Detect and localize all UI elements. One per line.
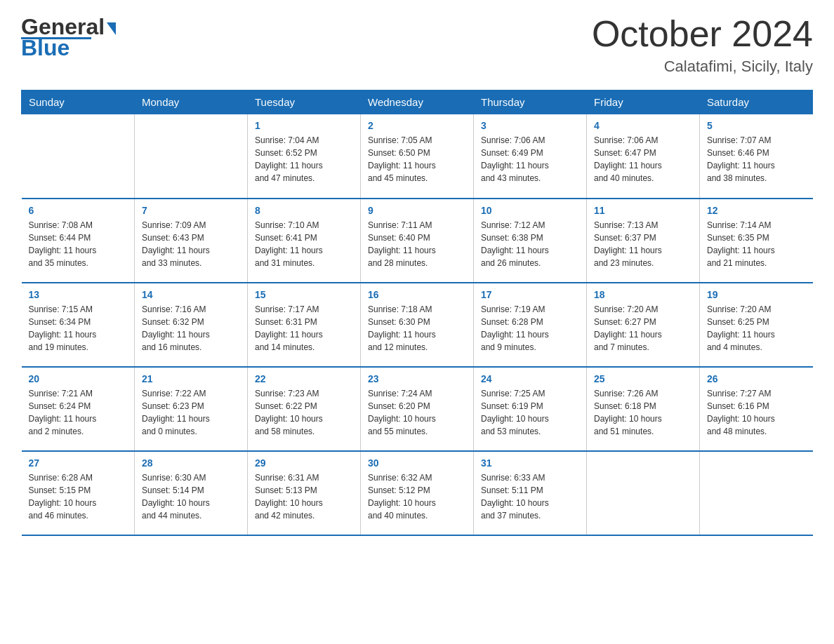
calendar-cell: 27Sunrise: 6:28 AM Sunset: 5:15 PM Dayli… [22, 451, 135, 535]
calendar-week-row: 6Sunrise: 7:08 AM Sunset: 6:44 PM Daylig… [22, 199, 813, 283]
weekday-header-tuesday: Tuesday [248, 90, 361, 114]
day-info: Sunrise: 7:27 AM Sunset: 6:16 PM Dayligh… [707, 387, 806, 438]
day-info: Sunrise: 7:12 AM Sunset: 6:38 PM Dayligh… [481, 219, 579, 269]
day-number: 26 [707, 373, 806, 384]
page-header: General Blue October 2024 Calatafimi, Si… [21, 14, 813, 76]
title-area: October 2024 Calatafimi, Sicily, Italy [592, 14, 813, 76]
day-info: Sunrise: 7:26 AM Sunset: 6:18 PM Dayligh… [594, 387, 692, 438]
day-info: Sunrise: 7:23 AM Sunset: 6:22 PM Dayligh… [255, 387, 353, 438]
day-number: 21 [142, 373, 240, 384]
calendar-cell: 6Sunrise: 7:08 AM Sunset: 6:44 PM Daylig… [22, 199, 135, 283]
day-info: Sunrise: 6:33 AM Sunset: 5:11 PM Dayligh… [481, 471, 579, 522]
day-number: 22 [255, 373, 353, 384]
calendar-cell: 21Sunrise: 7:22 AM Sunset: 6:23 PM Dayli… [135, 367, 248, 451]
day-number: 4 [594, 120, 692, 131]
day-number: 6 [29, 205, 128, 216]
day-number: 28 [142, 457, 240, 469]
day-info: Sunrise: 7:05 AM Sunset: 6:50 PM Dayligh… [368, 134, 466, 185]
calendar-cell: 11Sunrise: 7:13 AM Sunset: 6:37 PM Dayli… [587, 199, 700, 283]
day-number: 23 [368, 373, 466, 384]
day-info: Sunrise: 7:21 AM Sunset: 6:24 PM Dayligh… [29, 387, 128, 438]
weekday-header-saturday: Saturday [700, 90, 813, 114]
day-number: 20 [29, 373, 128, 384]
day-info: Sunrise: 7:09 AM Sunset: 6:43 PM Dayligh… [142, 219, 240, 269]
day-number: 14 [142, 289, 240, 300]
calendar-cell: 25Sunrise: 7:26 AM Sunset: 6:18 PM Dayli… [587, 367, 700, 451]
calendar-cell: 10Sunrise: 7:12 AM Sunset: 6:38 PM Dayli… [474, 199, 587, 283]
calendar-cell: 19Sunrise: 7:20 AM Sunset: 6:25 PM Dayli… [700, 283, 813, 367]
day-number: 2 [368, 120, 466, 131]
day-number: 29 [255, 457, 353, 469]
calendar-cell: 4Sunrise: 7:06 AM Sunset: 6:47 PM Daylig… [587, 114, 700, 199]
calendar-cell: 3Sunrise: 7:06 AM Sunset: 6:49 PM Daylig… [474, 114, 587, 199]
calendar-week-row: 1Sunrise: 7:04 AM Sunset: 6:52 PM Daylig… [22, 114, 813, 199]
day-number: 19 [707, 289, 806, 300]
day-info: Sunrise: 7:04 AM Sunset: 6:52 PM Dayligh… [255, 134, 353, 185]
day-number: 25 [594, 373, 692, 384]
weekday-header-thursday: Thursday [474, 90, 587, 114]
day-info: Sunrise: 6:30 AM Sunset: 5:14 PM Dayligh… [142, 471, 240, 522]
logo: General Blue [21, 14, 116, 61]
calendar-cell: 15Sunrise: 7:17 AM Sunset: 6:31 PM Dayli… [248, 283, 361, 367]
day-number: 31 [481, 457, 579, 469]
calendar-cell [587, 451, 700, 535]
calendar-cell: 30Sunrise: 6:32 AM Sunset: 5:12 PM Dayli… [361, 451, 474, 535]
day-number: 13 [29, 289, 128, 300]
calendar-cell: 7Sunrise: 7:09 AM Sunset: 6:43 PM Daylig… [135, 199, 248, 283]
day-number: 17 [481, 289, 579, 300]
month-title: October 2024 [592, 14, 813, 54]
calendar-cell: 26Sunrise: 7:27 AM Sunset: 6:16 PM Dayli… [700, 367, 813, 451]
calendar-cell: 29Sunrise: 6:31 AM Sunset: 5:13 PM Dayli… [248, 451, 361, 535]
day-number: 11 [594, 205, 692, 216]
calendar-week-row: 27Sunrise: 6:28 AM Sunset: 5:15 PM Dayli… [22, 451, 813, 535]
calendar-table: SundayMondayTuesdayWednesdayThursdayFrid… [21, 90, 813, 536]
day-number: 7 [142, 205, 240, 216]
day-info: Sunrise: 6:31 AM Sunset: 5:13 PM Dayligh… [255, 471, 353, 522]
day-number: 16 [368, 289, 466, 300]
logo-triangle-icon [107, 22, 116, 35]
day-number: 9 [368, 205, 466, 216]
day-number: 5 [707, 120, 806, 131]
calendar-week-row: 20Sunrise: 7:21 AM Sunset: 6:24 PM Dayli… [22, 367, 813, 451]
day-number: 30 [368, 457, 466, 469]
calendar-cell [135, 114, 248, 199]
calendar-cell [700, 451, 813, 535]
calendar-cell: 5Sunrise: 7:07 AM Sunset: 6:46 PM Daylig… [700, 114, 813, 199]
calendar-cell: 16Sunrise: 7:18 AM Sunset: 6:30 PM Dayli… [361, 283, 474, 367]
location-title: Calatafimi, Sicily, Italy [592, 58, 813, 76]
calendar-cell: 1Sunrise: 7:04 AM Sunset: 6:52 PM Daylig… [248, 114, 361, 199]
day-info: Sunrise: 6:28 AM Sunset: 5:15 PM Dayligh… [29, 471, 128, 522]
calendar-cell: 17Sunrise: 7:19 AM Sunset: 6:28 PM Dayli… [474, 283, 587, 367]
day-number: 12 [707, 205, 806, 216]
calendar-cell: 20Sunrise: 7:21 AM Sunset: 6:24 PM Dayli… [22, 367, 135, 451]
day-number: 10 [481, 205, 579, 216]
day-info: Sunrise: 7:07 AM Sunset: 6:46 PM Dayligh… [707, 134, 806, 185]
day-info: Sunrise: 7:06 AM Sunset: 6:49 PM Dayligh… [481, 134, 579, 185]
calendar-cell: 12Sunrise: 7:14 AM Sunset: 6:35 PM Dayli… [700, 199, 813, 283]
calendar-cell: 31Sunrise: 6:33 AM Sunset: 5:11 PM Dayli… [474, 451, 587, 535]
day-info: Sunrise: 7:18 AM Sunset: 6:30 PM Dayligh… [368, 303, 466, 354]
calendar-cell [22, 114, 135, 199]
weekday-header-wednesday: Wednesday [361, 90, 474, 114]
calendar-cell: 28Sunrise: 6:30 AM Sunset: 5:14 PM Dayli… [135, 451, 248, 535]
calendar-week-row: 13Sunrise: 7:15 AM Sunset: 6:34 PM Dayli… [22, 283, 813, 367]
calendar-cell: 14Sunrise: 7:16 AM Sunset: 6:32 PM Dayli… [135, 283, 248, 367]
calendar-cell: 23Sunrise: 7:24 AM Sunset: 6:20 PM Dayli… [361, 367, 474, 451]
weekday-header-row: SundayMondayTuesdayWednesdayThursdayFrid… [22, 90, 813, 114]
day-info: Sunrise: 7:19 AM Sunset: 6:28 PM Dayligh… [481, 303, 579, 354]
weekday-header-sunday: Sunday [22, 90, 135, 114]
calendar-cell: 24Sunrise: 7:25 AM Sunset: 6:19 PM Dayli… [474, 367, 587, 451]
calendar-cell: 22Sunrise: 7:23 AM Sunset: 6:22 PM Dayli… [248, 367, 361, 451]
day-info: Sunrise: 7:13 AM Sunset: 6:37 PM Dayligh… [594, 219, 692, 269]
day-number: 3 [481, 120, 579, 131]
calendar-cell: 13Sunrise: 7:15 AM Sunset: 6:34 PM Dayli… [22, 283, 135, 367]
day-info: Sunrise: 7:20 AM Sunset: 6:27 PM Dayligh… [594, 303, 692, 354]
day-number: 18 [594, 289, 692, 300]
day-info: Sunrise: 7:11 AM Sunset: 6:40 PM Dayligh… [368, 219, 466, 269]
day-info: Sunrise: 7:16 AM Sunset: 6:32 PM Dayligh… [142, 303, 240, 354]
logo-blue-text: Blue [21, 35, 70, 61]
day-info: Sunrise: 7:08 AM Sunset: 6:44 PM Dayligh… [29, 219, 128, 269]
day-info: Sunrise: 7:14 AM Sunset: 6:35 PM Dayligh… [707, 219, 806, 269]
day-number: 24 [481, 373, 579, 384]
day-info: Sunrise: 7:15 AM Sunset: 6:34 PM Dayligh… [29, 303, 128, 354]
